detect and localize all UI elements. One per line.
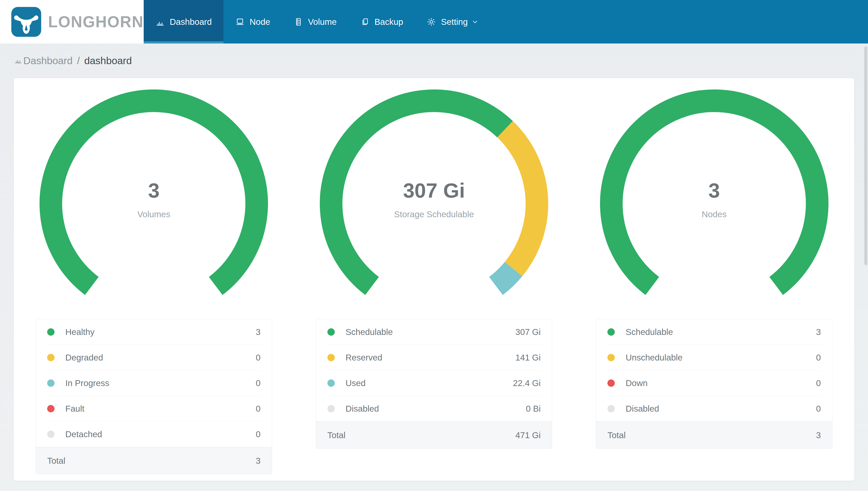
setting-caret xyxy=(471,18,479,26)
breadcrumb: Dashboard / dashboard xyxy=(0,44,868,78)
gauge-segment-schedulable xyxy=(611,101,817,286)
gauge-chart-nodes: 3 Nodes xyxy=(600,89,829,318)
total-value: 471 Gi xyxy=(515,430,540,440)
copy-icon xyxy=(360,17,370,27)
legend-row-disabled: Disabled0 Bi xyxy=(316,396,552,422)
bar-chart-icon xyxy=(155,17,165,27)
legend-value: 0 xyxy=(816,378,821,388)
legend-label: Healthy xyxy=(65,327,95,337)
gauge-arc xyxy=(600,89,829,318)
logo: LONGHORN xyxy=(0,0,144,44)
legend-dot-used xyxy=(328,379,335,387)
legend-total-row: Total3 xyxy=(36,447,272,474)
gauge-panel-storage-schedulable: 307 Gi Storage Schedulable Schedulable30… xyxy=(294,89,574,474)
total-value: 3 xyxy=(816,430,821,440)
longhorn-bull-icon xyxy=(11,7,41,37)
logo-text: LONGHORN xyxy=(48,13,144,31)
nav-item-volume[interactable]: Volume xyxy=(282,0,348,44)
vertical-scrollbar-thumb[interactable] xyxy=(864,47,867,265)
gauge-segment-used xyxy=(496,269,514,286)
bar-chart-icon xyxy=(14,56,22,64)
breadcrumb-separator: / xyxy=(77,55,80,66)
gauge-panel-nodes: 3 Nodes Schedulable3Unschedulable0Down0D… xyxy=(574,89,854,474)
legend-label: Down xyxy=(626,378,647,388)
legend-row-reserved: Reserved141 Gi xyxy=(316,345,552,370)
legend-label: Detached xyxy=(65,429,102,439)
legend-dot-detached xyxy=(47,431,55,438)
legend-row-schedulable: Schedulable307 Gi xyxy=(316,319,552,345)
legend-label: Unschedulable xyxy=(626,353,683,363)
chevron-down-icon xyxy=(471,18,479,26)
legend-row-detached: Detached0 xyxy=(36,422,272,447)
legend-row-in-progress: In Progress0 xyxy=(36,370,272,396)
nav-item-dashboard[interactable]: Dashboard xyxy=(144,0,223,44)
legend-dot-disabled xyxy=(608,405,615,412)
legend-label: Degraded xyxy=(65,353,103,363)
legend-table-storage-schedulable: Schedulable307 GiReserved141 GiUsed22.4 … xyxy=(316,319,552,449)
legend-row-fault: Fault0 xyxy=(36,396,272,422)
legend-dot-degraded xyxy=(47,354,55,361)
nav-item-setting[interactable]: Setting xyxy=(415,0,491,44)
legend-dot-schedulable xyxy=(608,328,615,336)
total-value: 3 xyxy=(256,456,260,466)
database-icon xyxy=(294,17,303,27)
nav-item-label: Dashboard xyxy=(170,17,212,27)
breadcrumb-section-label: Dashboard xyxy=(23,55,73,66)
nav-item-label: Node xyxy=(250,17,270,27)
total-label: Total xyxy=(608,430,626,440)
gauge-chart-volumes: 3 Volumes xyxy=(39,89,268,318)
gauge-segment-healthy xyxy=(51,101,257,286)
gauge-panel-volumes: 3 Volumes Healthy3Degraded0In Progress0F… xyxy=(14,89,294,474)
nav-item-backup[interactable]: Backup xyxy=(348,0,415,44)
legend-row-down: Down0 xyxy=(596,370,832,396)
legend-value: 0 xyxy=(816,404,821,413)
breadcrumb-current-page: dashboard xyxy=(84,55,132,66)
breadcrumb-dashboard-link[interactable]: Dashboard xyxy=(14,55,73,66)
legend-dot-down xyxy=(608,379,615,387)
legend-label: Fault xyxy=(65,404,85,413)
legend-row-degraded: Degraded0 xyxy=(36,345,272,370)
legend-label: Disabled xyxy=(626,404,659,413)
nav-item-label: Volume xyxy=(308,17,337,27)
dashboard-card: 3 Volumes Healthy3Degraded0In Progress0F… xyxy=(14,78,854,481)
legend-dot-healthy xyxy=(47,328,55,336)
nav-item-node[interactable]: Node xyxy=(223,0,282,44)
nav-item-label: Setting xyxy=(441,17,468,27)
legend-value: 141 Gi xyxy=(515,353,540,363)
total-label: Total xyxy=(328,430,346,440)
legend-value: 0 xyxy=(256,429,260,439)
legend-value: 3 xyxy=(256,327,260,337)
legend-value: 0 Bi xyxy=(526,404,540,413)
legend-value: 0 xyxy=(256,353,260,363)
main-nav: DashboardNodeVolumeBackupSetting xyxy=(144,0,491,44)
legend-value: 307 Gi xyxy=(515,327,540,337)
legend-dot-fault xyxy=(47,405,55,412)
gauge-chart-storage-schedulable: 307 Gi Storage Schedulable xyxy=(320,89,548,318)
legend-label: Used xyxy=(346,378,366,388)
breadcrumb-chart-icon-slot xyxy=(14,55,22,66)
legend-total-row: Total3 xyxy=(596,422,832,449)
legend-label: Schedulable xyxy=(346,327,393,337)
legend-row-healthy: Healthy3 xyxy=(36,319,272,345)
legend-dot-disabled xyxy=(328,405,335,412)
legend-value: 0 xyxy=(816,353,821,363)
legend-dot-reserved xyxy=(328,354,335,361)
legend-total-row: Total471 Gi xyxy=(316,422,552,449)
laptop-icon xyxy=(235,17,245,27)
gauge-segment-schedulable xyxy=(331,101,505,286)
legend-row-used: Used22.4 Gi xyxy=(316,370,552,396)
legend-label: Disabled xyxy=(346,404,379,413)
legend-value: 0 xyxy=(256,404,260,413)
legend-row-disabled: Disabled0 xyxy=(596,396,832,422)
legend-label: Reserved xyxy=(346,353,382,363)
gauge-arc xyxy=(39,89,268,318)
legend-value: 0 xyxy=(256,378,260,388)
legend-table-volumes: Healthy3Degraded0In Progress0Fault0Detac… xyxy=(36,319,272,474)
gauge-arc xyxy=(320,89,548,318)
legend-dot-schedulable xyxy=(328,328,335,336)
total-label: Total xyxy=(47,456,65,466)
legend-dot-in-progress xyxy=(47,379,55,387)
gauge-segment-reserved xyxy=(505,129,537,269)
legend-row-unschedulable: Unschedulable0 xyxy=(596,345,832,370)
legend-label: In Progress xyxy=(65,378,109,388)
